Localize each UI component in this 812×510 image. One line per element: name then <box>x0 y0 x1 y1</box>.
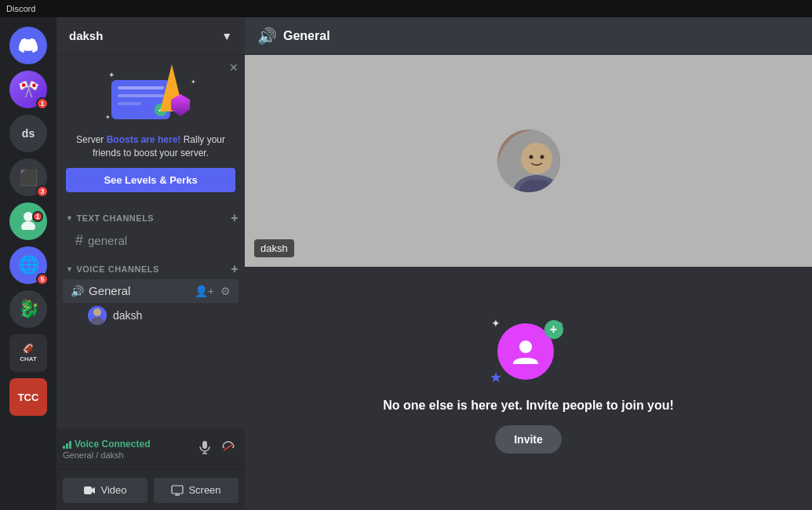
screen-button-label: Screen <box>188 484 220 496</box>
boost-promo-text: Server Boosts are here! Rally your frien… <box>66 133 235 160</box>
voice-channels-label: VOICE CHANNELS <box>76 264 158 274</box>
channels-list: ▼ TEXT CHANNELS + # general ▼ VOICE CHAN… <box>56 202 245 428</box>
svg-rect-11 <box>84 486 92 494</box>
invite-section: ✦ ✦ ★ + No o <box>245 267 812 510</box>
add-text-channel-button[interactable]: + <box>231 211 239 225</box>
add-user-to-voice-icon[interactable]: 👤+ <box>193 283 216 299</box>
svg-point-1 <box>21 221 35 230</box>
title-bar: Discord <box>0 0 812 17</box>
invite-text: No one else is here yet. Invite people t… <box>383 399 674 413</box>
voice-content: daksh ✦ ✦ ★ <box>245 55 812 510</box>
video-button[interactable]: Video <box>63 478 147 503</box>
text-channels-chevron: ▼ <box>66 214 73 222</box>
server-icon-anime[interactable]: 🎌 1 <box>9 71 47 108</box>
text-channels-label: TEXT CHANNELS <box>76 213 154 223</box>
voice-channel-header-icon: 🔊 <box>257 27 277 46</box>
hash-icon: # <box>75 232 83 249</box>
voice-channel-name: General <box>89 284 130 297</box>
video-tile: daksh <box>245 55 812 267</box>
channel-sidebar: daksh ▼ ✕ ✓ <box>56 17 245 510</box>
voice-user-avatar <box>88 306 107 325</box>
svg-rect-13 <box>172 486 183 494</box>
server-icon-discord[interactable] <box>9 27 47 64</box>
boost-close-button[interactable]: ✕ <box>229 61 239 74</box>
voice-channels-header[interactable]: ▼ VOICE CHANNELS + <box>56 259 245 279</box>
sidebar-bottom-actions <box>195 437 239 461</box>
sidebar-bottom: Voice Connected General / daksh <box>56 428 245 469</box>
invite-plus-icon: + <box>544 320 563 339</box>
sidebar-header[interactable]: daksh ▼ <box>56 17 245 55</box>
boost-image: ✓ ✦ ✦ ✦ <box>104 64 198 127</box>
voice-channel-path: General / daksh <box>63 450 188 460</box>
speaker-icon: 🔊 <box>71 285 84 297</box>
server-list: 🎌 1 ds ⬛ 3 1 🌐 5 🐉 🏈CHAT <box>0 17 56 510</box>
main-header: 🔊 General <box>245 17 812 55</box>
svg-line-10 <box>224 444 233 450</box>
main-content: 🔊 General <box>245 17 812 510</box>
svg-point-3 <box>93 308 101 316</box>
star-icon: ★ <box>490 369 502 386</box>
svg-point-16 <box>521 143 552 174</box>
server-badge-bw: 3 <box>36 185 49 198</box>
chevron-down-icon: ▼ <box>221 30 232 42</box>
video-screen-bar: Video Screen <box>56 469 245 510</box>
disconnect-button[interactable] <box>218 437 239 461</box>
voice-connected-label: Voice Connected <box>63 439 188 450</box>
boost-promo: ✕ ✓ ✦ ✦ <box>56 55 245 202</box>
voice-connected-text: Voice Connected <box>75 439 150 450</box>
voice-connected-info: Voice Connected General / daksh <box>63 439 188 460</box>
server-icon-tcc[interactable]: TCC <box>9 378 47 416</box>
invite-icon-container: ✦ ✦ ★ + <box>497 323 560 386</box>
svg-marker-12 <box>92 487 95 494</box>
voice-user-daksh[interactable]: daksh <box>63 303 239 328</box>
user-video-avatar <box>497 129 560 192</box>
server-icon-colorful[interactable]: 🐉 <box>9 290 47 328</box>
channel-name-general: general <box>88 234 127 247</box>
title-bar-text: Discord <box>6 4 35 13</box>
voice-signal-icon <box>63 439 71 449</box>
server-icon-green[interactable]: 1 <box>9 202 47 240</box>
boost-button[interactable]: See Levels & Perks <box>66 168 235 192</box>
svg-point-19 <box>540 155 544 159</box>
app-layout: 🎌 1 ds ⬛ 3 1 🌐 5 🐉 🏈CHAT <box>0 17 812 510</box>
screen-button[interactable]: Screen <box>154 478 239 503</box>
sparkle-icon-1: ✦ <box>491 317 501 330</box>
server-badge-anime: 1 <box>36 97 49 110</box>
server-icon-ds[interactable]: ds <box>9 115 47 152</box>
svg-rect-21 <box>523 341 526 350</box>
main-channel-title: General <box>283 29 330 43</box>
invite-button[interactable]: Invite <box>495 425 562 454</box>
text-channels-header[interactable]: ▼ TEXT CHANNELS + <box>56 208 245 228</box>
video-name-tag: daksh <box>254 239 294 257</box>
server-icon-blue-d[interactable]: 🌐 5 <box>9 246 47 284</box>
svg-rect-5 <box>202 441 207 449</box>
settings-icon[interactable]: ⚙ <box>219 283 232 299</box>
svg-point-4 <box>91 317 104 325</box>
voice-channel-actions: 👤+ ⚙ <box>193 283 232 299</box>
voice-channels-chevron: ▼ <box>66 265 73 273</box>
svg-point-18 <box>529 155 533 159</box>
voice-user-name: daksh <box>113 309 142 322</box>
voice-channel-general[interactable]: 🔊 General 👤+ ⚙ <box>63 279 239 303</box>
server-icon-bw[interactable]: ⬛ 3 <box>9 158 47 196</box>
server-badge-blue: 5 <box>36 273 49 286</box>
channel-item-general[interactable]: # general <box>63 228 239 253</box>
mute-button[interactable] <box>195 437 215 461</box>
video-button-label: Video <box>100 484 126 496</box>
add-voice-channel-button[interactable]: + <box>231 262 239 276</box>
server-icon-fantasy[interactable]: 🏈CHAT <box>9 334 47 372</box>
sidebar-server-name: daksh <box>69 29 221 42</box>
